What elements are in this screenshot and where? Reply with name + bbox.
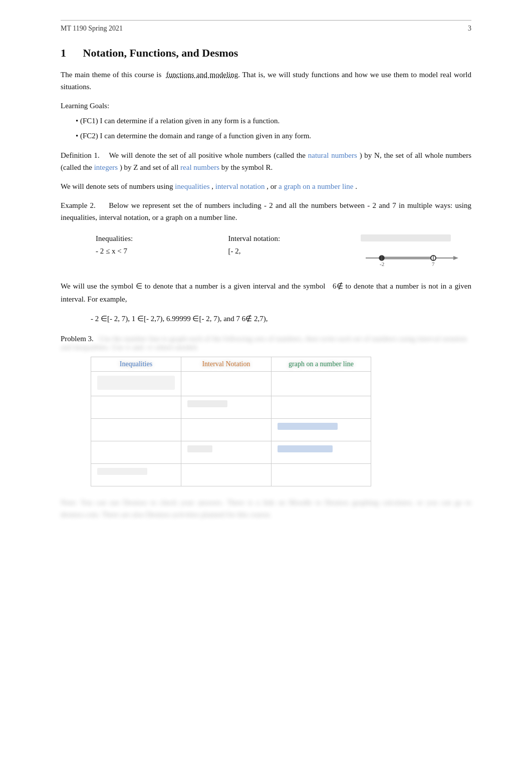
problem-3-label: Problem 3. Use the number line to graph … (61, 335, 471, 352)
page-container: MT 1190 Spring 2021 3 1 Notation, Functi… (61, 0, 471, 551)
symbol-paragraph: We will use the symbol ∈ to denote that … (61, 280, 471, 306)
bottom-note: Note: You can use Desmos to check your a… (61, 496, 471, 520)
problem-3: Problem 3. Use the number line to graph … (61, 335, 471, 486)
learning-goal-fc1: (FC1) I can determine if a relation give… (76, 115, 471, 128)
blurred-row4-int (187, 445, 212, 452)
section-title: 1 Notation, Functions, and Desmos (61, 47, 471, 60)
table-cell-graph-2 (271, 396, 371, 418)
table-cell-ineq-4 (91, 441, 181, 463)
table-cell-ineq-2 (91, 396, 181, 418)
table-cell-int-2 (181, 396, 271, 418)
blurred-row5-ineq (97, 468, 147, 475)
section-title-text: Notation, Functions, and Desmos (83, 47, 238, 59)
problem-3-table: Inequalities Interval Notation graph on … (91, 357, 371, 486)
table-cell-graph-4 (271, 441, 371, 463)
blurred-row3-graph (278, 423, 338, 430)
definition-label: Definition 1. (61, 151, 107, 159)
table-row (91, 441, 371, 463)
graph-header (356, 232, 501, 245)
bottom-blurred-text: Note: You can use Desmos to check your a… (61, 498, 471, 518)
section-number: 1 (61, 47, 66, 59)
page-header: MT 1190 Spring 2021 3 (61, 20, 471, 33)
inequalities-link[interactable]: inequalities (175, 182, 209, 190)
learning-goal-fc2: (FC2) I can determine the domain and ran… (76, 130, 471, 143)
svg-text:7: 7 (432, 261, 435, 267)
example-2: Example 2. Below we represent set the of… (61, 199, 471, 223)
inequality-value: - 2 ≤ x < 7 (91, 245, 223, 273)
blurred-row1-ineq (97, 376, 175, 390)
table-cell-ineq-3 (91, 418, 181, 441)
sets-notation-paragraph: We will denote sets of numbers using ine… (61, 180, 471, 192)
table-row (91, 463, 371, 486)
number-line-svg: -2 7 (361, 247, 461, 269)
interval-value: [- 2, (223, 245, 356, 273)
interval-header: Interval notation: (223, 232, 356, 245)
interval-notation-link[interactable]: interval notation (215, 182, 265, 190)
graph-header-blurred (361, 234, 451, 241)
svg-marker-1 (453, 256, 458, 260)
table-row (91, 396, 371, 418)
example-2-label: Example 2. (61, 201, 106, 209)
table-cell-int-4 (181, 441, 271, 463)
inequalities-header: Inequalities: (91, 232, 223, 245)
integers-link[interactable]: integers (94, 163, 118, 171)
learning-goals-label: Learning Goals: (61, 100, 471, 112)
svg-text:-2: -2 (380, 261, 384, 267)
table-cell-graph-3 (271, 418, 371, 441)
learning-goals-list: (FC1) I can determine if a relation give… (61, 115, 471, 142)
intro-paragraph: The main theme of this course is functio… (61, 69, 471, 93)
functions-modeling-emphasis: functions and modeling (166, 71, 238, 79)
definition-1: Definition 1. We will denote the set of … (61, 149, 471, 173)
table-cell-ineq-5 (91, 463, 181, 486)
page-number: 3 (468, 25, 471, 33)
problem-3-blurred-description: Use the number line to graph each of the… (61, 335, 467, 351)
col-header-interval: Interval Notation (181, 357, 271, 371)
notation-table: Inequalities: Interval notation: - 2 ≤ x… (91, 232, 501, 273)
natural-numbers-link[interactable]: natural numbers (308, 151, 357, 159)
table-cell-ineq-1 (91, 371, 181, 396)
table-cell-graph-1 (271, 371, 371, 396)
table-cell-int-3 (181, 418, 271, 441)
blurred-row2-int (187, 400, 227, 407)
graph-number-line-link[interactable]: a graph on a number line (279, 182, 354, 190)
col-header-inequalities: Inequalities (91, 357, 181, 371)
table-row (91, 418, 371, 441)
real-numbers-link[interactable]: real numbers (180, 163, 219, 171)
table-cell-graph-5 (271, 463, 371, 486)
table-row (91, 371, 371, 396)
table-cell-int-5 (181, 463, 271, 486)
header-label: MT 1190 Spring 2021 (61, 25, 123, 33)
svg-rect-2 (382, 256, 433, 259)
number-line-graphic: -2 7 (356, 245, 501, 273)
table-cell-int-1 (181, 371, 271, 396)
blurred-row4-graph (278, 445, 333, 452)
examples-line: - 2 ∈[- 2, 7), 1 ∈[- 2,7), 6.99999 ∈[- 2… (91, 313, 471, 326)
example-2-text: Below we represent set the of numbers in… (61, 201, 471, 221)
col-header-graph: graph on a number line (271, 357, 371, 371)
